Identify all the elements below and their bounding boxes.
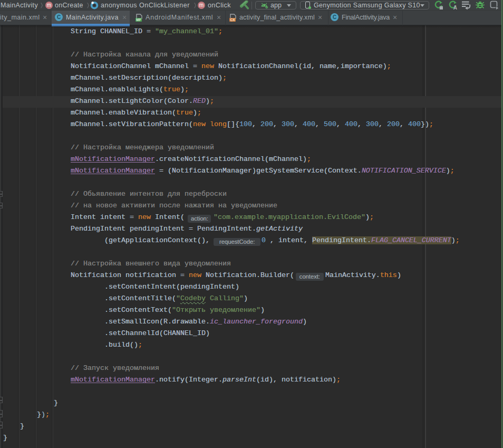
- svg-text:A: A: [453, 5, 457, 10]
- svg-text:MF: MF: [136, 18, 141, 22]
- svg-text:CX: CX: [230, 18, 235, 22]
